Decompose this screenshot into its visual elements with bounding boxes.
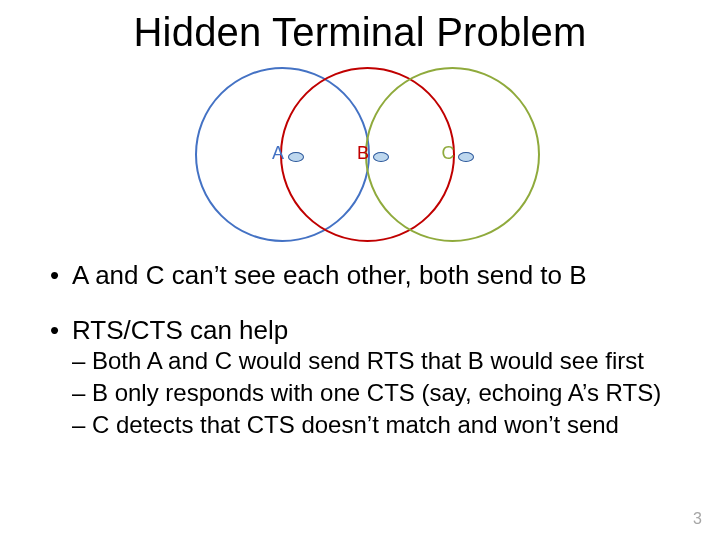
bullet-2-text: RTS/CTS can help bbox=[72, 315, 288, 345]
sub-bullet-2: B only responds with one CTS (say, echoi… bbox=[72, 378, 680, 408]
sub-bullet-2-text: B only responds with one CTS (say, echoi… bbox=[92, 379, 661, 406]
sub-bullet-3: C detects that CTS doesn’t match and won… bbox=[72, 410, 680, 440]
sub-bullet-1: Both A and C would send RTS that B would… bbox=[72, 346, 680, 376]
node-dot-b bbox=[373, 152, 389, 162]
bullet-1: A and C can’t see each other, both send … bbox=[50, 259, 680, 292]
node-dot-a bbox=[288, 152, 304, 162]
node-label-a: A bbox=[268, 143, 288, 164]
bullet-1-text: A and C can’t see each other, both send … bbox=[72, 260, 587, 290]
slide: Hidden Terminal Problem A B C A and C ca… bbox=[0, 0, 720, 540]
sub-bullet-3-text: C detects that CTS doesn’t match and won… bbox=[92, 411, 619, 438]
hidden-terminal-diagram: A B C bbox=[0, 59, 720, 259]
node-label-b: B bbox=[353, 143, 373, 164]
node-label-c: C bbox=[438, 143, 458, 164]
sub-bullet-1-text: Both A and C would send RTS that B would… bbox=[92, 347, 644, 374]
page-number: 3 bbox=[693, 510, 702, 528]
node-dot-c bbox=[458, 152, 474, 162]
bullet-2: RTS/CTS can help Both A and C would send… bbox=[50, 314, 680, 441]
slide-body: A and C can’t see each other, both send … bbox=[0, 259, 720, 440]
slide-title: Hidden Terminal Problem bbox=[0, 0, 720, 55]
